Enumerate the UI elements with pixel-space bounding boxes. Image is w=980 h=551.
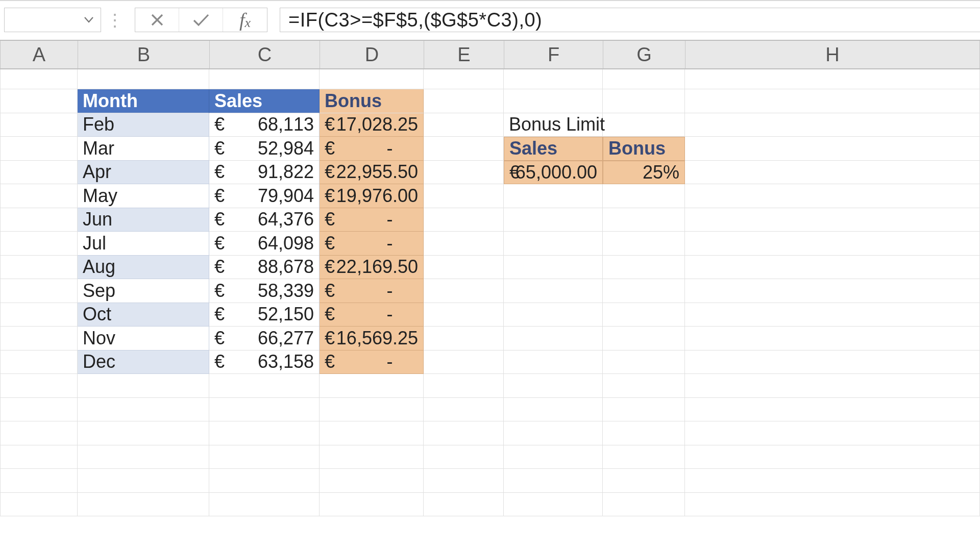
cell-blank[interactable] xyxy=(685,232,980,256)
cell-blank[interactable] xyxy=(0,113,78,137)
cell-blank[interactable] xyxy=(0,279,78,303)
cell-blank[interactable] xyxy=(424,232,504,256)
cell-blank[interactable] xyxy=(0,327,78,350)
col-header-G[interactable]: G xyxy=(603,41,685,68)
bonus-cell[interactable]: €19,976.00 xyxy=(320,184,424,208)
month-cell[interactable]: Jul xyxy=(78,232,209,256)
month-cell[interactable]: Feb xyxy=(78,113,209,137)
cell-H1[interactable] xyxy=(685,69,980,89)
cell-F2[interactable] xyxy=(504,89,603,113)
cell-blank[interactable] xyxy=(424,161,504,185)
enter-button[interactable] xyxy=(179,8,223,32)
cancel-button[interactable] xyxy=(135,8,179,32)
cell-blank[interactable] xyxy=(685,327,980,350)
cell-G2[interactable] xyxy=(603,89,685,113)
cell-blank[interactable] xyxy=(504,350,603,374)
bonus-cell[interactable]: €16,569.25 xyxy=(320,327,424,350)
formula-input[interactable]: =IF(C3>=$F$5,($G$5*C3),0) xyxy=(280,8,980,32)
month-cell[interactable]: Mar xyxy=(78,137,209,161)
cell-blank[interactable] xyxy=(424,256,504,280)
month-cell[interactable]: Sep xyxy=(78,279,209,303)
fx-icon[interactable]: fx xyxy=(223,8,267,32)
cell-blank[interactable]: Bonus Limit xyxy=(504,113,603,137)
cell-A1[interactable] xyxy=(0,69,78,89)
cell-blank[interactable] xyxy=(603,232,685,256)
cell-blank[interactable] xyxy=(424,327,504,350)
cell-blank[interactable] xyxy=(424,208,504,232)
header-month[interactable]: Month xyxy=(78,89,209,113)
sales-cell[interactable]: €66,277 xyxy=(209,327,320,350)
cell-blank[interactable] xyxy=(685,350,980,374)
chevron-down-icon[interactable] xyxy=(80,11,97,29)
cell-blank[interactable] xyxy=(424,184,504,208)
sales-cell[interactable]: €88,678 xyxy=(209,256,320,280)
sales-cell[interactable]: €64,098 xyxy=(209,232,320,256)
cell-E1[interactable] xyxy=(424,69,504,89)
col-header-E[interactable]: E xyxy=(424,41,504,68)
month-cell[interactable]: Jun xyxy=(78,208,209,232)
sales-cell[interactable]: €79,904 xyxy=(209,184,320,208)
cell-blank[interactable] xyxy=(0,184,78,208)
cell-blank[interactable] xyxy=(685,279,980,303)
bonus-cell[interactable]: €22,169.50 xyxy=(320,256,424,280)
cell-E2[interactable] xyxy=(424,89,504,113)
bonus-cell[interactable]: €- xyxy=(320,137,424,161)
sales-cell[interactable]: €58,339 xyxy=(209,279,320,303)
sales-cell[interactable]: €52,984 xyxy=(209,137,320,161)
cell-C1[interactable] xyxy=(209,69,320,89)
cell-blank[interactable] xyxy=(504,303,603,327)
cell-blank[interactable] xyxy=(603,279,685,303)
bonus-cell[interactable]: €- xyxy=(320,208,424,232)
cell-D1[interactable] xyxy=(320,69,424,89)
cell-blank[interactable] xyxy=(685,161,980,185)
cell-B1[interactable] xyxy=(78,69,209,89)
sales-cell[interactable]: €91,822 xyxy=(209,161,320,185)
col-header-F[interactable]: F xyxy=(504,41,603,68)
cell-blank[interactable] xyxy=(0,208,78,232)
bonus-cell[interactable]: €- xyxy=(320,350,424,374)
cell-blank[interactable] xyxy=(0,161,78,185)
header-sales[interactable]: Sales xyxy=(209,89,320,113)
cell-H2[interactable] xyxy=(685,89,980,113)
month-cell[interactable]: Nov xyxy=(78,327,209,350)
cell-blank[interactable] xyxy=(424,113,504,137)
col-header-D[interactable]: D xyxy=(320,41,424,68)
cell-blank[interactable] xyxy=(685,184,980,208)
cell-A2[interactable] xyxy=(0,89,78,113)
name-box[interactable] xyxy=(4,8,101,32)
limit-sales-value[interactable]: €65,000.00 xyxy=(504,161,603,185)
header-bonus[interactable]: Bonus xyxy=(320,89,424,113)
col-header-C[interactable]: C xyxy=(210,41,320,68)
cell-blank[interactable] xyxy=(603,350,685,374)
month-cell[interactable]: May xyxy=(78,184,209,208)
cell-blank[interactable] xyxy=(504,327,603,350)
limit-header-bonus[interactable]: Bonus xyxy=(603,137,685,161)
sales-cell[interactable]: €52,150 xyxy=(209,303,320,327)
cell-F1[interactable] xyxy=(504,69,603,89)
cell-blank[interactable] xyxy=(504,232,603,256)
cell-blank[interactable] xyxy=(603,256,685,280)
cell-blank[interactable] xyxy=(504,208,603,232)
cell-blank[interactable] xyxy=(424,350,504,374)
month-cell[interactable]: Apr xyxy=(78,161,209,185)
cell-blank[interactable] xyxy=(0,232,78,256)
cell-blank[interactable] xyxy=(0,256,78,280)
cell-G1[interactable] xyxy=(603,69,685,89)
cell-blank[interactable] xyxy=(685,256,980,280)
cell-blank[interactable] xyxy=(685,303,980,327)
sales-cell[interactable]: €64,376 xyxy=(209,208,320,232)
cell-blank[interactable] xyxy=(424,303,504,327)
cell-blank[interactable] xyxy=(504,184,603,208)
bonus-cell[interactable]: €- xyxy=(320,232,424,256)
cell-blank[interactable] xyxy=(0,350,78,374)
bonus-cell[interactable]: €22,955.50 xyxy=(320,161,424,185)
bonus-cell[interactable]: €17,028.25 xyxy=(320,113,424,137)
bonus-cell[interactable]: €- xyxy=(320,279,424,303)
col-header-H[interactable]: H xyxy=(685,41,980,68)
sales-cell[interactable]: €63,158 xyxy=(209,350,320,374)
col-header-B[interactable]: B xyxy=(78,41,210,68)
cell-blank[interactable] xyxy=(685,137,980,161)
cell-blank[interactable] xyxy=(0,137,78,161)
cell-blank[interactable] xyxy=(0,303,78,327)
cell-blank[interactable] xyxy=(504,279,603,303)
